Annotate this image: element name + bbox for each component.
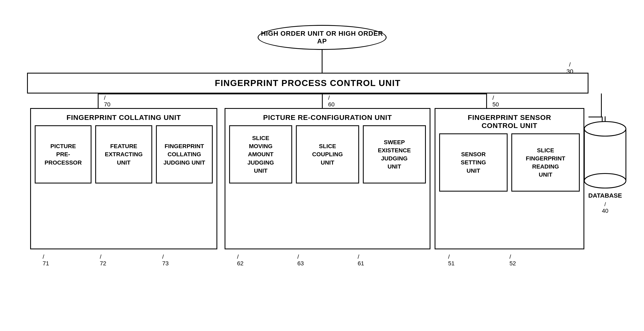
- feature-extracting-label: FEATUREEXTRACTINGUNIT: [105, 142, 143, 167]
- ref-63-area: / 63: [297, 254, 304, 267]
- fingerprint-collating-box: FINGERPRINT COLLATING UNIT PICTUREPRE-PR…: [30, 108, 217, 249]
- ref-40-area: / 40: [580, 201, 630, 214]
- sweep-existence-label: SWEEPEXISTENCEJUDGINGUNIT: [378, 138, 411, 171]
- slice-coupling-label: SLICECOUPLINGUNIT: [312, 142, 343, 167]
- control-unit-box: FINGERPRINT PROCESS CONTROL UNIT: [27, 73, 588, 93]
- ref-70-label: 70: [104, 101, 110, 108]
- ref-72-area: / 72: [100, 254, 106, 267]
- control-unit-label: FINGERPRINT PROCESS CONTROL UNIT: [215, 78, 401, 88]
- ref-60-zigzag: /: [328, 94, 334, 101]
- fingerprint-collating-judging-box: FINGERPRINTCOLLATINGJUDGING UNIT: [156, 125, 213, 183]
- top-unit-ellipse: HIGH ORDER UNIT OR HIGH ORDER AP: [258, 25, 386, 50]
- ref-73-label: 73: [162, 260, 169, 267]
- ref-73-zigzag: /: [162, 254, 169, 260]
- ref-71-zigzag: /: [43, 254, 49, 260]
- fingerprint-sensor-title: FINGERPRINT SENSOR CONTROL UNIT: [436, 109, 584, 133]
- top-unit-label: HIGH ORDER UNIT OR HIGH ORDER AP: [258, 30, 386, 45]
- ref-71-label: 71: [43, 260, 49, 267]
- vline-collating: [98, 93, 98, 108]
- sensor-setting-box: SENSORSETTINGUNIT: [439, 133, 508, 192]
- ref-50-label: 50: [492, 101, 499, 108]
- ref-63-zigzag: /: [297, 254, 304, 260]
- ref-62-label: 62: [237, 260, 244, 267]
- ref-71-area: / 71: [43, 254, 49, 267]
- slice-fingerprint-reading-label: SLICEFINGERPRINTREADINGUNIT: [526, 146, 566, 179]
- vline-db-top: [601, 93, 602, 117]
- ref-72-label: 72: [100, 260, 106, 267]
- zigzag-symbol: ⁠/: [566, 61, 573, 68]
- fingerprint-collating-title: FINGERPRINT COLLATING UNIT: [31, 109, 216, 125]
- ref-40-label: 40: [602, 208, 608, 214]
- slice-coupling-box: SLICECOUPLINGUNIT: [296, 125, 359, 183]
- ref-73-area: / 73: [162, 254, 169, 267]
- ref-70-area: / 70: [104, 94, 110, 108]
- ref-70-zigzag: /: [104, 94, 110, 101]
- sweep-existence-box: SWEEPEXISTENCEJUDGINGUNIT: [363, 125, 426, 183]
- ref-61-zigzag: /: [358, 254, 364, 260]
- slice-fingerprint-reading-box: SLICEFINGERPRINTREADINGUNIT: [511, 133, 580, 192]
- ref-52-label: 52: [510, 260, 516, 267]
- ref-52-zigzag: /: [510, 254, 516, 260]
- ref-63-label: 63: [297, 260, 304, 267]
- svg-point-3: [584, 174, 626, 188]
- ref-61-area: / 61: [358, 254, 364, 267]
- svg-point-4: [584, 122, 626, 136]
- ref-61-label: 61: [358, 260, 364, 267]
- feature-extracting-box: FEATUREEXTRACTINGUNIT: [95, 125, 152, 183]
- ref-51-area: / 51: [448, 254, 454, 267]
- svg-rect-0: [584, 129, 626, 181]
- picture-reconfiguration-box: PICTURE RE-CONFIGURATION UNIT SLICEMOVIN…: [224, 108, 430, 249]
- ref-40-zigzag: /: [580, 201, 630, 208]
- ref-72-zigzag: /: [100, 254, 106, 260]
- ref-62-zigzag: /: [237, 254, 244, 260]
- database-container: DATABASE / 40: [580, 116, 630, 214]
- ref-52-area: / 52: [510, 254, 516, 267]
- diagram: HIGH ORDER UNIT OR HIGH ORDER AP ⁠/ 30 F…: [0, 0, 644, 331]
- ref-62-area: / 62: [237, 254, 244, 267]
- sensor-setting-label: SENSORSETTINGUNIT: [461, 150, 486, 175]
- hline-main-connector: [98, 93, 486, 94]
- picture-reconfiguration-title: PICTURE RE-CONFIGURATION UNIT: [226, 109, 430, 125]
- fingerprint-sensor-box: FINGERPRINT SENSOR CONTROL UNIT SENSORSE…: [434, 108, 584, 249]
- vline-reconfiguration: [322, 93, 323, 108]
- fingerprint-collating-judging-label: FINGERPRINTCOLLATINGJUDGING UNIT: [164, 142, 205, 167]
- ref-51-label: 51: [448, 260, 454, 267]
- database-svg: [580, 116, 630, 195]
- slice-moving-label: SLICEMOVINGAMOUNTJUDGINGUNIT: [248, 134, 274, 175]
- ref-60-label: 60: [328, 101, 334, 108]
- ref-51-zigzag: /: [448, 254, 454, 260]
- picture-preprocessor-label: PICTUREPRE-PROCESSOR: [44, 142, 82, 167]
- vline-sensor: [486, 93, 487, 108]
- picture-preprocessor-box: PICTUREPRE-PROCESSOR: [35, 125, 92, 183]
- ref-60-area: / 60: [328, 94, 334, 108]
- slice-moving-box: SLICEMOVINGAMOUNTJUDGINGUNIT: [229, 125, 292, 183]
- line-top-to-control: [322, 50, 322, 73]
- ref-50-zigzag: /: [492, 94, 499, 101]
- ref-50-area: / 50: [492, 94, 499, 108]
